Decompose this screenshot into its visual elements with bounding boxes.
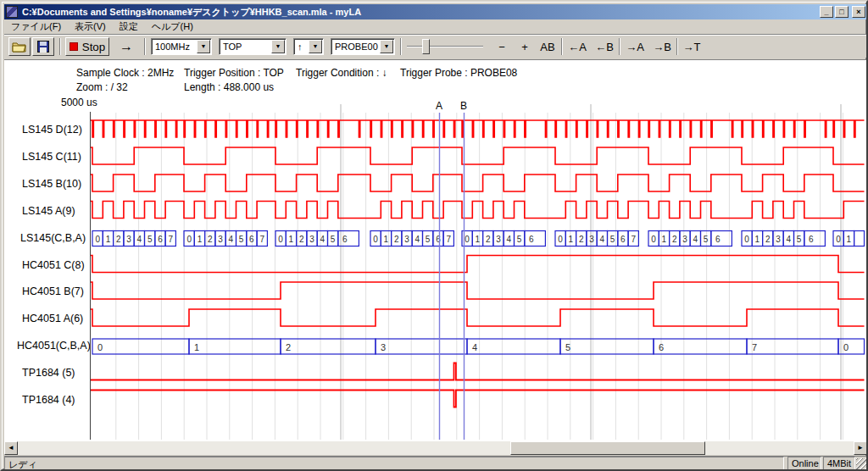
channel-label-tp1684-4: TP1684 (4) <box>22 394 75 406</box>
stop-button[interactable]: Stop <box>65 37 109 56</box>
svg-text:7: 7 <box>260 235 265 244</box>
trigger-edge-combobox[interactable]: ↑ ▼ <box>293 38 324 55</box>
svg-text:4: 4 <box>320 235 326 244</box>
svg-text:0: 0 <box>558 235 563 244</box>
scrollbar-thumb[interactable] <box>510 441 705 455</box>
status-online: Online <box>787 457 821 470</box>
svg-text:2: 2 <box>579 235 584 244</box>
svg-text:5: 5 <box>797 235 802 244</box>
zoom-in-button[interactable]: + <box>515 37 534 56</box>
scroll-left-icon[interactable]: ◄ <box>4 441 18 455</box>
svg-text:3: 3 <box>589 235 594 244</box>
svg-text:4: 4 <box>472 342 477 352</box>
svg-text:2: 2 <box>299 235 304 244</box>
horizontal-scrollbar[interactable]: ◄ ► <box>4 441 867 455</box>
maximize-button[interactable]: □ <box>835 6 849 18</box>
open-folder-icon <box>12 41 27 53</box>
svg-text:5: 5 <box>147 235 153 244</box>
svg-text:5: 5 <box>565 342 570 352</box>
open-button[interactable] <box>8 37 31 56</box>
dropdown-arrow-icon[interactable]: ▼ <box>197 40 210 53</box>
svg-text:0: 0 <box>744 235 749 244</box>
save-button[interactable] <box>32 37 54 56</box>
channel-label-hc4051-a-6: HC4051 A(6) <box>22 313 83 324</box>
dropdown-arrow-icon[interactable]: ▼ <box>380 40 393 53</box>
svg-text:4: 4 <box>137 235 142 244</box>
status-memory: 4MBit <box>823 457 855 470</box>
sample-clock-text: Sample Clock : 2MHz <box>76 67 174 79</box>
close-button[interactable]: × <box>852 6 865 18</box>
trigger-position-combobox[interactable]: TOP ▼ <box>219 38 287 55</box>
channel-label-hc4051-c-b-a: HC4051(C,B,A) <box>17 340 91 352</box>
zoom-slider-track[interactable] <box>407 46 483 47</box>
zoom-slider-thumb[interactable] <box>422 39 430 54</box>
probe-value: PROBE00 <box>335 42 378 52</box>
resize-grip[interactable] <box>856 458 867 469</box>
clock-combobox[interactable]: 100MHz ▼ <box>151 38 212 55</box>
status-bar: レディ Online 4MBit <box>4 457 867 470</box>
menu-help[interactable]: ヘルプ(H) <box>145 19 200 35</box>
svg-text:3: 3 <box>496 235 501 244</box>
goto-cursor-b-button[interactable]: ←B <box>592 37 617 56</box>
svg-text:5: 5 <box>426 235 431 244</box>
dropdown-arrow-icon[interactable]: ▼ <box>271 40 285 53</box>
svg-text:3: 3 <box>218 235 223 244</box>
svg-text:4: 4 <box>415 235 420 244</box>
wave-hc4051-c-b-a: 012345670 <box>92 339 865 354</box>
toolbar-separator <box>561 38 563 55</box>
svg-text:0: 0 <box>278 235 283 244</box>
clock-value: 100MHz <box>155 42 190 52</box>
waveform-plot: 0123456701234567012345601234567012345601… <box>90 102 866 441</box>
zoom-out-button[interactable]: − <box>492 37 512 56</box>
svg-text:3: 3 <box>776 235 781 244</box>
svg-text:5: 5 <box>610 235 615 244</box>
probe-combobox[interactable]: PROBE00 ▼ <box>331 38 395 55</box>
svg-text:2: 2 <box>286 342 291 352</box>
svg-text:2: 2 <box>486 235 491 244</box>
channel-label-ls145-a-9: LS145 A(9) <box>22 205 75 217</box>
svg-text:3: 3 <box>682 235 687 244</box>
svg-text:0: 0 <box>373 235 378 244</box>
svg-text:1: 1 <box>194 342 199 352</box>
svg-text:6: 6 <box>158 235 163 244</box>
svg-text:0: 0 <box>465 235 470 244</box>
svg-text:1: 1 <box>755 235 760 244</box>
trigger-edge-value: ↑ <box>298 42 303 52</box>
channel-label-ls145-c-b-a: LS145(C,B,A) <box>20 232 86 244</box>
scroll-right-icon[interactable]: ► <box>854 441 867 455</box>
dropdown-arrow-icon[interactable]: ▼ <box>309 40 322 53</box>
menu-view[interactable]: 表示(V) <box>68 19 113 35</box>
svg-text:5: 5 <box>331 235 336 244</box>
svg-text:1: 1 <box>289 235 294 244</box>
zoom-text: Zoom : / 32 <box>76 81 128 93</box>
zoom-ab-button[interactable]: AB <box>536 37 559 56</box>
svg-text:4: 4 <box>693 235 698 244</box>
svg-text:0: 0 <box>836 235 841 244</box>
svg-text:0: 0 <box>186 235 192 244</box>
goto-cursor-a-button[interactable]: ←A <box>565 37 590 56</box>
svg-text:1: 1 <box>569 235 574 244</box>
set-cursor-a-button[interactable]: →A <box>622 37 648 56</box>
svg-text:6: 6 <box>620 235 626 244</box>
menu-settings[interactable]: 設定 <box>113 19 145 35</box>
svg-text:1: 1 <box>847 235 852 244</box>
trigger-probe-text: Trigger Probe : PROBE08 <box>400 67 517 79</box>
cursor-b-label: B <box>458 100 470 112</box>
title-bar[interactable]: C:¥Documents and Settings¥noname¥デスクトップ¥… <box>4 4 867 19</box>
stop-icon <box>70 42 78 51</box>
run-button[interactable]: → <box>114 37 139 56</box>
minimize-button[interactable]: _ <box>820 6 833 18</box>
goto-trigger-button[interactable]: →T <box>680 37 704 56</box>
set-cursor-b-button[interactable]: →B <box>649 37 675 56</box>
svg-text:4: 4 <box>787 235 792 244</box>
channel-label-tp1684-5: TP1684 (5) <box>22 367 75 379</box>
svg-text:2: 2 <box>116 235 121 244</box>
menu-bar: ファイル(F) 表示(V) 設定 ヘルプ(H) <box>4 19 867 34</box>
channel-label-ls145-c-11: LS145 C(11) <box>22 151 81 163</box>
toolbar-separator <box>676 38 678 55</box>
menu-file[interactable]: ファイル(F) <box>4 19 68 35</box>
svg-text:6: 6 <box>436 235 441 244</box>
svg-text:5: 5 <box>517 235 522 244</box>
save-floppy-icon <box>37 41 49 53</box>
svg-text:0: 0 <box>843 342 849 352</box>
